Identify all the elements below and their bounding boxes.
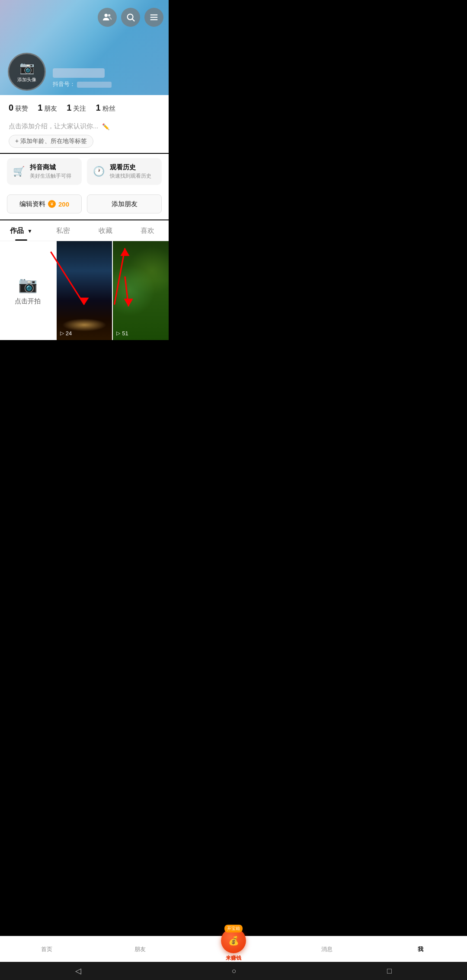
profile-banner: 📷 添加头像 抖音号： [0, 0, 169, 95]
tab-arrow-icon: ▼ [27, 228, 32, 234]
avatar-section: 📷 添加头像 抖音号： [8, 53, 112, 91]
douyin-id: 抖音号： [53, 80, 112, 88]
tab-private[interactable]: 私密 [42, 220, 85, 241]
video-thumb-1[interactable]: ▷ 24 [57, 241, 112, 340]
camera-icon: 📷 [19, 60, 35, 75]
tab-private-label: 私密 [56, 227, 70, 234]
play-icon-2: ▷ [116, 330, 120, 336]
history-title: 观看历史 [110, 163, 151, 172]
clock-icon: 🕐 [93, 166, 105, 177]
douyin-id-blur [77, 82, 112, 88]
edit-profile-label: 编辑资料 [19, 200, 45, 208]
stat-likes[interactable]: 0 获赞 [9, 103, 28, 113]
mall-text: 抖音商城 美好生活触手可得 [30, 163, 71, 180]
tab-collect-label: 收藏 [99, 227, 112, 234]
play-count-2: 51 [122, 330, 128, 337]
stat-following[interactable]: 1 关注 [67, 103, 86, 113]
history-text: 观看历史 快速找到观看历史 [110, 163, 151, 180]
video-thumb-2[interactable]: ▷ 51 [113, 241, 169, 340]
shoot-camera-icon: 📷 [18, 276, 38, 294]
username-blur [53, 68, 105, 78]
quick-links: 🛒 抖音商城 美好生活触手可得 🕐 观看历史 快速找到观看历史 [0, 154, 169, 191]
svg-point-0 [105, 14, 108, 17]
add-tags-label: + 添加年龄、所在地等标签 [15, 137, 87, 145]
shoot-label: 点击开拍 [15, 297, 41, 305]
user-info: 抖音号： [53, 68, 112, 91]
avatar-circle[interactable]: 📷 添加头像 [8, 53, 46, 91]
edit-profile-button[interactable]: 编辑资料 ¥ 200 [7, 194, 82, 213]
play-count-1: 24 [66, 330, 72, 337]
header-icons [98, 8, 163, 27]
shoot-cell[interactable]: 📷 点击开拍 [0, 241, 56, 340]
likes-label: 获赞 [15, 105, 28, 113]
mall-title: 抖音商城 [30, 163, 71, 172]
tags-row: + 添加年龄、所在地等标签 [9, 135, 160, 148]
search-icon-button[interactable] [121, 8, 140, 27]
mall-subtitle: 美好生活触手可得 [30, 172, 71, 180]
coin-amount: 200 [58, 200, 69, 208]
svg-line-3 [132, 19, 134, 21]
history-subtitle: 快速找到观看历史 [110, 172, 151, 180]
add-avatar-label: 添加头像 [17, 76, 36, 83]
content-grid: 📷 点击开拍 ▷ 24 ▷ 51 [0, 241, 169, 340]
play-icon-1: ▷ [60, 330, 64, 336]
tab-like[interactable]: 喜欢 [127, 220, 169, 241]
friends-label: 朋友 [44, 105, 57, 113]
video-lights [62, 318, 107, 331]
content-tabs: 作品 ▼ 私密 收藏 喜欢 [0, 220, 169, 241]
friends-icon-button[interactable] [98, 8, 117, 27]
following-label: 关注 [73, 105, 86, 113]
add-friend-label: 添加朋友 [112, 200, 138, 208]
followers-label: 粉丝 [102, 105, 115, 113]
bio-text[interactable]: 点击添加介绍，让大家认识你... ✏️ [9, 122, 160, 130]
douyin-mall-card[interactable]: 🛒 抖音商城 美好生活触手可得 [7, 158, 82, 185]
tab-works[interactable]: 作品 ▼ [0, 220, 42, 241]
svg-point-1 [108, 14, 111, 17]
game-elements [113, 241, 169, 340]
videos-container: 📷 点击开拍 ▷ 24 ▷ 51 [0, 241, 169, 340]
stats-row: 0 获赞 1 朋友 1 关注 1 粉丝 [0, 95, 169, 119]
watch-history-card[interactable]: 🕐 观看历史 快速找到观看历史 [87, 158, 162, 185]
bio-placeholder: 点击添加介绍，让大家认识你... [9, 122, 99, 130]
likes-count: 0 [9, 103, 13, 113]
stat-followers[interactable]: 1 粉丝 [96, 103, 115, 113]
svg-point-2 [128, 14, 133, 20]
tab-collect[interactable]: 收藏 [84, 220, 127, 241]
bio-section: 点击添加介绍，让大家认识你... ✏️ + 添加年龄、所在地等标签 [0, 119, 169, 153]
stat-friends[interactable]: 1 朋友 [38, 103, 57, 113]
tab-like-label: 喜欢 [141, 227, 154, 234]
followers-count: 1 [96, 103, 100, 113]
edit-icon: ✏️ [102, 123, 109, 130]
play-badge-1: ▷ 24 [60, 330, 72, 337]
following-count: 1 [67, 103, 71, 113]
add-friend-button[interactable]: 添加朋友 [87, 194, 162, 213]
action-buttons: 编辑资料 ¥ 200 添加朋友 [0, 191, 169, 220]
tab-works-label: 作品 [10, 227, 24, 234]
cart-icon: 🛒 [13, 166, 25, 177]
menu-icon-button[interactable] [144, 8, 163, 27]
coin-icon: ¥ [48, 200, 56, 208]
friends-count: 1 [38, 103, 42, 113]
add-tags-button[interactable]: + 添加年龄、所在地等标签 [9, 135, 93, 148]
play-badge-2: ▷ 51 [116, 330, 128, 337]
